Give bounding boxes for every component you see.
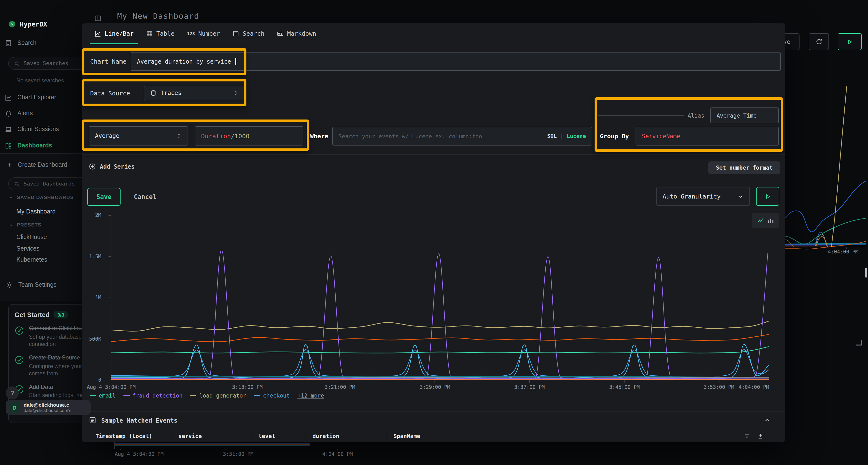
- refresh-button[interactable]: [809, 33, 829, 50]
- series-fraud-detection: [111, 250, 768, 379]
- chart-name-input[interactable]: Average duration by service: [131, 52, 781, 71]
- app-root: HyperDX Search Saved Searches No saved s…: [0, 0, 868, 465]
- help-button[interactable]: ?: [6, 387, 19, 399]
- preset-clickhouse[interactable]: ClickHouse: [17, 234, 47, 240]
- events-table-header: Timestamp (Local)serviceleveldurationSpa…: [82, 431, 785, 442]
- series-unlabeled-orange-12-more: [111, 334, 769, 342]
- x-tick-label: 4:04:00 PM: [739, 384, 769, 390]
- aggregation-select[interactable]: Average: [89, 126, 188, 145]
- chart-icon: [5, 94, 12, 101]
- set-number-format-button[interactable]: Set number format: [708, 161, 780, 174]
- chart-name-label: Chart Name: [90, 58, 127, 65]
- check-circle-icon: [14, 355, 24, 365]
- legend-swatch: [90, 395, 96, 396]
- column-header-duration: duration: [312, 433, 339, 439]
- collapse-chevron-up-icon[interactable]: [764, 417, 771, 424]
- alias-input[interactable]: Average Time: [710, 107, 779, 123]
- edit-chart-modal: Line/BarTable123NumberSearchMarkdown Cha…: [82, 23, 785, 442]
- refresh-icon: [815, 38, 823, 45]
- check-circle-icon: [14, 326, 24, 335]
- y-tick-label: 500K: [89, 336, 101, 342]
- legend-item-load-generator[interactable]: load-generator: [190, 392, 246, 399]
- series-unlabeled-cyan-12-more: [111, 344, 769, 379]
- save-button[interactable]: Save: [87, 188, 121, 206]
- add-series-button[interactable]: Add Series: [89, 163, 135, 170]
- hyperdx-logo-icon: [8, 20, 16, 28]
- search-icon: [14, 61, 20, 66]
- md-icon: [277, 30, 284, 37]
- search-icon: [14, 181, 20, 187]
- x-tick-label: 3:21:00 PM: [325, 384, 355, 390]
- chevron-updown-icon: [176, 133, 182, 139]
- sidebar-collapse-icon[interactable]: [94, 14, 102, 24]
- gear-icon: [6, 281, 13, 289]
- avatar: D: [9, 402, 20, 413]
- chart-axes: [111, 215, 769, 380]
- column-separator: [387, 432, 387, 439]
- run-query-button-header[interactable]: [838, 33, 862, 50]
- run-query-button[interactable]: [756, 187, 779, 206]
- column-header-level: level: [258, 433, 275, 439]
- saved-dashboard-my-dashboard[interactable]: My Dashboard: [17, 208, 56, 215]
- cancel-button[interactable]: Cancel: [128, 188, 162, 206]
- legend-item-checkout[interactable]: checkout: [254, 392, 290, 399]
- plus-circle-icon: [89, 163, 96, 170]
- doc-search-icon: [5, 39, 12, 46]
- preset-kubernetes[interactable]: Kubernetes: [17, 256, 47, 263]
- page-title: My New Dashboard: [117, 11, 199, 21]
- brand[interactable]: HyperDX: [8, 20, 47, 28]
- divider: [82, 117, 785, 117]
- bottom-chart-x-ticks: Aug 4 3:04:00 PM3:31:00 PM4:04:00 PM: [114, 451, 341, 458]
- where-search-input[interactable]: Search your events w/ Lucene ex. column:…: [332, 127, 592, 145]
- chevron-updown-icon: [233, 90, 239, 96]
- x-tick-label: 3:13:00 PM: [232, 384, 262, 390]
- legend-item-fraud-detection[interactable]: fraud-detection: [123, 392, 183, 399]
- legend-item-email[interactable]: email: [90, 392, 116, 399]
- tab-line-bar[interactable]: Line/Bar: [88, 23, 140, 44]
- field-expression-input[interactable]: Duration/1000: [195, 126, 303, 145]
- section-saved-dashboards[interactable]: SAVED DASHBOARDS: [9, 195, 74, 200]
- legend-swatch: [254, 395, 260, 396]
- legend-swatch: [123, 395, 129, 396]
- get-started-badge: 3/3: [54, 311, 68, 319]
- where-label: Where: [310, 133, 328, 140]
- scrollbar-thumb[interactable]: [865, 268, 867, 277]
- column-separator: [306, 432, 306, 439]
- list-icon: [89, 416, 96, 424]
- data-source-label: Data Source: [90, 90, 130, 97]
- tab-search[interactable]: Search: [226, 23, 271, 44]
- language-toggle-sql[interactable]: SQL: [547, 133, 557, 139]
- divider: [82, 154, 785, 155]
- background-chart-bottom: [114, 441, 341, 450]
- main-chart[interactable]: [111, 215, 769, 380]
- bottom-x-tick-label: Aug 4 3:04:00 PM: [115, 451, 163, 457]
- column-separator: [252, 432, 252, 439]
- column-separator: [172, 432, 172, 439]
- legend-swatch: [190, 395, 196, 396]
- y-tick-label: 0: [98, 377, 101, 383]
- language-toggle-lucene[interactable]: Lucene: [567, 133, 586, 139]
- data-source-select[interactable]: Traces: [144, 86, 245, 100]
- play-icon: [764, 193, 771, 200]
- group-by-input[interactable]: ServiceName: [636, 127, 779, 145]
- alias-connector-line: [598, 115, 684, 115]
- user-menu[interactable]: D dale@clickhouse.c dale@clickhouse.com'…: [6, 400, 91, 415]
- series-checkout: [111, 350, 769, 376]
- section-presets[interactable]: PRESETS: [9, 222, 41, 227]
- tile-resize-handle[interactable]: [856, 340, 862, 345]
- tab-markdown[interactable]: Markdown: [271, 23, 322, 44]
- filter-icon[interactable]: [744, 433, 750, 439]
- x-axis-labels: Aug 4 3:04:00 PM3:13:00 PM3:21:00 PM3:29…: [111, 384, 769, 391]
- preset-services[interactable]: Services: [17, 245, 39, 252]
- play-icon: [846, 38, 853, 45]
- chart-type-tabs: Line/BarTable123NumberSearchMarkdown: [82, 23, 785, 44]
- legend-more-link[interactable]: +12 more: [298, 392, 324, 399]
- granularity-select[interactable]: Auto Granularity: [656, 187, 750, 206]
- user-subtitle: dale@clickhouse.com's: [24, 408, 71, 413]
- tab-number[interactable]: 123Number: [181, 23, 226, 44]
- laptop-icon: [5, 126, 12, 133]
- tab-table[interactable]: Table: [140, 23, 181, 44]
- y-axis-labels: 0500K1M1.5M2M: [82, 215, 108, 380]
- download-icon[interactable]: [757, 433, 764, 439]
- 123-icon: 123: [187, 31, 195, 36]
